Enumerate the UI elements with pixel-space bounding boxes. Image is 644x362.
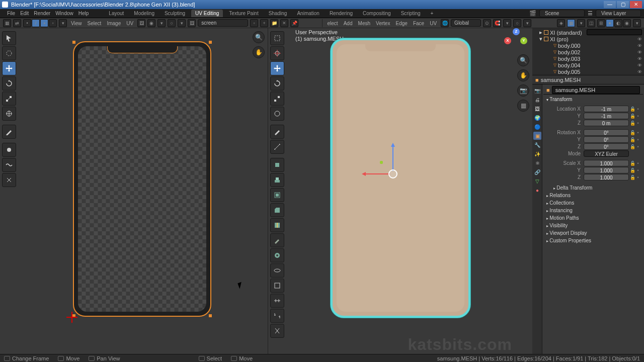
lock-icon[interactable]: 🔓 (630, 137, 635, 142)
subpanel-relations[interactable]: Relations (543, 192, 643, 199)
subpanel-collections[interactable]: Collections (543, 199, 643, 207)
nav-y-icon[interactable]: Y (520, 37, 527, 44)
uv-corner-handle[interactable] (72, 41, 75, 44)
image-unlink-icon[interactable]: ✕ (280, 19, 288, 27)
xray-icon[interactable]: ◫ (587, 19, 595, 27)
tool-scale-3d[interactable] (270, 92, 284, 106)
tool-scale[interactable] (2, 92, 16, 106)
scene-name-field[interactable]: Scene (539, 10, 585, 17)
tool-knife[interactable] (270, 233, 284, 247)
object-name-field[interactable]: samsung.MESH (552, 86, 640, 94)
shading-dd-icon[interactable]: ▾ (633, 19, 641, 27)
outliner-item-mesh[interactable]: ▽body.000👁 (534, 42, 642, 49)
uv-menu-uv[interactable]: UV (126, 21, 133, 26)
tool-extrude[interactable] (270, 173, 284, 187)
prop-edit-icon[interactable]: ○ (513, 19, 521, 27)
close-button[interactable]: ✕ (630, 1, 642, 8)
shading-solid-icon[interactable]: ● (606, 19, 614, 27)
animate-dot-icon[interactable]: • (636, 137, 640, 142)
uv-corner-handle[interactable] (209, 314, 212, 317)
camera-view-icon[interactable]: 📷 (517, 84, 529, 97)
field-rot-z[interactable]: 0° (584, 143, 629, 150)
v3d-menu-add[interactable]: Add (344, 21, 353, 26)
persp-ortho-icon[interactable]: ▦ (517, 100, 529, 112)
tool-rotate[interactable] (2, 76, 16, 90)
visibility-toggle-icon[interactable]: 👁 (637, 37, 642, 42)
overlay-dd-icon[interactable]: ▾ (577, 19, 585, 27)
ptab-output-icon[interactable]: 🖨 (533, 96, 541, 104)
animate-dot-icon[interactable]: • (636, 114, 640, 119)
lock-icon[interactable]: 🔓 (630, 144, 635, 149)
menu-window[interactable]: Window (55, 11, 73, 16)
editor-type-uv-icon[interactable]: ▦ (3, 19, 11, 27)
tool-transform[interactable] (2, 107, 16, 121)
ptab-data-icon[interactable]: ▽ (533, 177, 541, 185)
v3d-menu-uv[interactable]: UV (430, 21, 437, 26)
uv-sync-icon[interactable]: ⇄ (13, 19, 21, 27)
animate-dot-icon[interactable]: • (636, 107, 640, 112)
lock-icon[interactable]: 🔓 (630, 130, 635, 135)
tool-smooth[interactable] (270, 279, 284, 293)
ptab-scene-icon[interactable]: 🌍 (533, 114, 541, 122)
minimize-button[interactable]: — (604, 1, 616, 8)
tool-measure[interactable] (270, 140, 284, 154)
tab-sculpting[interactable]: Sculpting (160, 10, 189, 17)
image-browse-icon[interactable]: 🖼 (137, 19, 145, 27)
uv-canvas[interactable] (73, 41, 211, 317)
subpanel-instancing[interactable]: Instancing (543, 207, 643, 214)
prop-falloff-icon[interactable]: ▾ (523, 19, 531, 27)
shading-wire-icon[interactable]: ⊞ (597, 19, 605, 27)
uv-corner-handle[interactable] (209, 41, 212, 44)
scene-icon[interactable]: 🎬 (529, 10, 536, 17)
tool-move[interactable] (2, 61, 16, 75)
tool-3d-cursor[interactable] (270, 46, 284, 60)
visibility-toggle-icon[interactable]: 👁 (637, 69, 642, 74)
animate-dot-icon[interactable]: • (636, 121, 640, 126)
image-pin-icon[interactable]: 📌 (290, 19, 298, 27)
tool-edge-slide[interactable] (270, 294, 284, 308)
v3d-menu-mesh[interactable]: Mesh (358, 21, 370, 26)
ptab-viewlayer-icon[interactable]: 🖼 (533, 105, 541, 113)
tool-shrink[interactable] (270, 309, 284, 323)
zoom-icon[interactable]: 🔍 (517, 54, 529, 66)
tool-annotate[interactable] (2, 125, 16, 139)
tool-inset[interactable] (270, 188, 284, 202)
v3d-menu-edge[interactable]: Edge (395, 21, 407, 26)
tool-loopcut[interactable] (270, 218, 284, 232)
field-loc-y[interactable]: -1 m (584, 113, 629, 119)
outliner-item-collection[interactable]: ▾XI (pro)👁 (534, 36, 642, 42)
ptab-modifier-icon[interactable]: 🔧 (533, 141, 541, 149)
tab-modeling[interactable]: Modeling (130, 10, 158, 17)
v3d-menu-select-cut[interactable]: elect (328, 21, 338, 26)
outliner-item-mesh[interactable]: ▽body.003👁 (534, 55, 642, 62)
uv-editor[interactable]: 🔍 ✋ Resize (0, 28, 268, 362)
tab-layout[interactable]: Layout (105, 10, 128, 17)
tab-add[interactable]: + (427, 10, 438, 17)
animate-dot-icon[interactable]: • (636, 175, 640, 180)
tool-transform-3d[interactable] (270, 107, 284, 121)
image-link-icon[interactable]: 🖼 (188, 19, 196, 27)
ptab-world-icon[interactable]: 🔵 (533, 123, 541, 131)
v3d-menu-face[interactable]: Face (413, 21, 424, 26)
prop-falloff-uv-icon[interactable]: ▾ (178, 19, 186, 27)
image-new-icon[interactable]: + (260, 19, 268, 27)
prop-edit-uv-icon[interactable]: ○ (168, 19, 176, 27)
uv-menu-select[interactable]: Select (88, 21, 102, 26)
animate-dot-icon[interactable]: • (636, 130, 640, 135)
lock-icon[interactable]: 🔓 (630, 168, 635, 173)
tab-animation[interactable]: Animation (293, 10, 323, 17)
tool-pinch[interactable] (2, 173, 16, 187)
shading-rendered-icon[interactable]: ◉ (623, 19, 631, 27)
gizmo-vis-icon[interactable]: ◈ (557, 19, 565, 27)
viewlayer-icon[interactable]: ☰ (588, 10, 593, 17)
tab-compositing[interactable]: Compositing (359, 10, 395, 17)
subpanel-viewport-display[interactable]: Viewport Display (543, 229, 643, 237)
field-rot-y[interactable]: 0° (584, 136, 629, 143)
maximize-button[interactable]: ▢ (617, 1, 629, 8)
mesh-object-phone[interactable] (331, 38, 470, 318)
panel-header-transform[interactable]: Transform (543, 96, 643, 103)
field-scale-z[interactable]: 1.000 (584, 174, 629, 180)
menu-render[interactable]: Render (34, 11, 50, 16)
image-name-field[interactable]: screen (198, 19, 248, 27)
ptab-material-icon[interactable]: ● (533, 186, 541, 194)
